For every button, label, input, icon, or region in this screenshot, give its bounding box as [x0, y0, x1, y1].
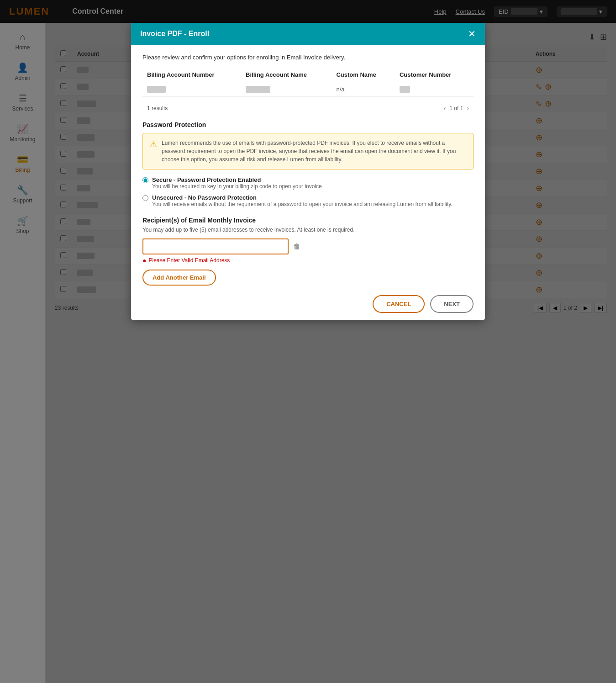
th-name: Billing Account Name — [241, 68, 332, 82]
name-cell: ••••••• •••• — [241, 82, 332, 97]
modal-body: Please review and confirm your options f… — [131, 45, 485, 288]
warning-box: ⚠ Lumen recommends the use of emails wit… — [142, 133, 474, 169]
email-input-row: 🗑 — [142, 238, 474, 254]
recipients-title: Recipient(s) of Email Monthly Invoice — [142, 217, 474, 224]
add-email-button[interactable]: Add Another Email — [142, 270, 216, 286]
secure-desc: You will be required to key in your bill… — [152, 183, 322, 190]
th-ban: Billing Account Number — [142, 68, 241, 82]
next-button[interactable]: NEXT — [430, 295, 474, 313]
modal-pagination: 1 results ‹ 1 of 1 › — [142, 102, 474, 114]
recipients-desc: You may add up to five (5) email address… — [142, 227, 474, 233]
error-message: ● Please Enter Valid Email Address — [142, 257, 474, 264]
modal-header: Invoice PDF - Enroll ✕ — [131, 23, 485, 45]
page-of: 1 of 1 — [449, 105, 463, 111]
email-input[interactable] — [142, 238, 289, 254]
cancel-button[interactable]: CANCEL — [373, 295, 425, 313]
ban-cell: ••••••••• — [142, 82, 241, 97]
unsecured-label: Unsecured - No Password Protection — [152, 194, 453, 201]
modal-results: 1 results — [147, 105, 168, 111]
prev-arrow-icon[interactable]: ‹ — [444, 105, 446, 112]
secure-option: Secure - Password Protection Enabled You… — [142, 176, 474, 190]
modal: Invoice PDF - Enroll ✕ Please review and… — [131, 23, 485, 320]
th-custom: Custom Name — [332, 68, 395, 82]
password-section-heading: Password Protection — [142, 121, 474, 128]
th-customer: Customer Number — [395, 68, 474, 82]
modal-title: Invoice PDF - Enroll — [140, 30, 209, 38]
modal-overlay: Invoice PDF - Enroll ✕ Please review and… — [0, 0, 616, 683]
delete-email-icon[interactable]: 🗑 — [293, 243, 300, 251]
warning-icon: ⚠ — [150, 139, 157, 149]
unsecured-option: Unsecured - No Password Protection You w… — [142, 194, 474, 207]
error-icon: ● — [142, 257, 146, 264]
secure-radio[interactable] — [142, 177, 148, 183]
billing-table-row: ••••••••• ••••••• •••• n/a ••••• — [142, 82, 474, 97]
secure-label: Secure - Password Protection Enabled — [152, 176, 322, 183]
error-text: Please Enter Valid Email Address — [148, 257, 230, 264]
next-arrow-icon[interactable]: › — [467, 105, 469, 112]
password-options: Secure - Password Protection Enabled You… — [142, 176, 474, 207]
modal-close-button[interactable]: ✕ — [468, 29, 476, 38]
custom-name-cell: n/a — [332, 82, 395, 97]
unsecured-desc: You will receive emails without the requ… — [152, 201, 453, 207]
customer-num-cell: ••••• — [395, 82, 474, 97]
modal-footer: CANCEL NEXT — [131, 288, 485, 320]
unsecured-radio[interactable] — [142, 195, 148, 201]
warning-text: Lumen recommends the use of emails with … — [162, 139, 466, 164]
recipients-section: Recipient(s) of Email Monthly Invoice Yo… — [142, 217, 474, 286]
pagination-controls: ‹ 1 of 1 › — [444, 105, 469, 112]
billing-table: Billing Account Number Billing Account N… — [142, 68, 474, 97]
modal-description: Please review and confirm your options f… — [142, 54, 474, 61]
